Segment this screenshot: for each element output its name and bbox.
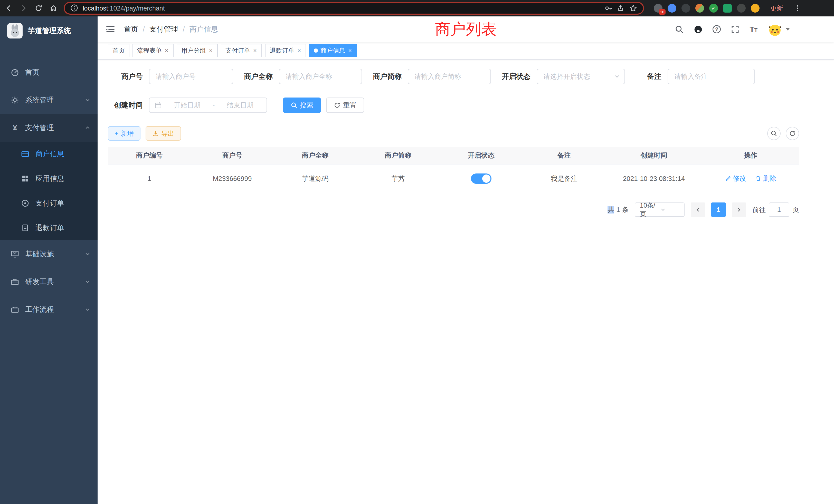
breadcrumb-current: 商户信息 bbox=[190, 24, 218, 34]
sidebar-item-workflow[interactable]: 工作流程 bbox=[0, 296, 97, 323]
cell-short-name: 芋艿 bbox=[357, 164, 440, 193]
column-header: 创建时间 bbox=[606, 147, 702, 164]
breadcrumb-home[interactable]: 首页 bbox=[124, 24, 138, 34]
extension-puzzle-icon[interactable]: 10 bbox=[654, 4, 662, 13]
refresh-table-icon[interactable] bbox=[786, 127, 799, 140]
bookmark-star-icon[interactable] bbox=[629, 4, 637, 12]
gear-icon bbox=[11, 96, 19, 104]
edit-link[interactable]: 修改 bbox=[725, 174, 746, 183]
filter-remark: 备注 bbox=[647, 69, 755, 84]
merchant-no-label: 商户号 bbox=[108, 72, 143, 81]
tab-pay-order[interactable]: 支付订单× bbox=[221, 44, 262, 57]
toggle-search-icon[interactable] bbox=[767, 127, 781, 140]
next-page-button[interactable] bbox=[732, 203, 746, 217]
tab-refund-order[interactable]: 退款订单× bbox=[265, 44, 306, 57]
document-icon bbox=[21, 224, 29, 232]
forward-icon[interactable] bbox=[19, 4, 28, 13]
sidebar-item-refund-order[interactable]: 退款订单 bbox=[0, 215, 97, 240]
column-header: 商户号 bbox=[191, 147, 274, 164]
sidebar-item-system[interactable]: 系统管理 bbox=[0, 86, 97, 114]
delete-link[interactable]: 删除 bbox=[755, 174, 776, 183]
workflow-icon bbox=[11, 305, 19, 314]
sidebar-item-infrastructure[interactable]: 基础设施 bbox=[0, 240, 97, 268]
search-button[interactable]: 搜索 bbox=[283, 97, 321, 113]
close-icon[interactable]: × bbox=[208, 47, 213, 54]
add-button[interactable]: + 新增 bbox=[108, 126, 140, 141]
sidebar-item-payment[interactable]: ¥ 支付管理 bbox=[0, 114, 97, 142]
remark-input[interactable] bbox=[667, 69, 755, 84]
browser-menu-icon[interactable] bbox=[793, 4, 802, 13]
chevron-down-icon bbox=[614, 74, 620, 79]
breadcrumb-payment[interactable]: 支付管理 bbox=[150, 24, 178, 34]
tab-label: 商户信息 bbox=[321, 46, 345, 55]
create-time-range-picker[interactable]: 开始日期 - 结束日期 bbox=[149, 97, 267, 113]
fullscreen-icon[interactable] bbox=[730, 25, 740, 34]
sidebar-item-dev-tools[interactable]: 研发工具 bbox=[0, 268, 97, 296]
status-toggle[interactable] bbox=[471, 174, 491, 184]
close-icon[interactable]: × bbox=[348, 47, 352, 54]
merchant-no-input[interactable] bbox=[149, 69, 233, 84]
site-info-icon[interactable] bbox=[70, 4, 79, 12]
plus-icon: + bbox=[114, 130, 118, 137]
help-icon[interactable]: ? bbox=[712, 25, 721, 33]
tags-bar: 首页 流程表单× 用户分组× 支付订单× 退款订单× 商户信息× bbox=[97, 42, 834, 60]
table-header-row: 商户编号 商户号 商户全称 商户简称 开启状态 备注 创建时间 操作 bbox=[108, 147, 799, 164]
reload-icon[interactable] bbox=[34, 4, 43, 13]
close-icon[interactable]: × bbox=[297, 47, 302, 54]
page-annotation: 商户列表 bbox=[435, 19, 497, 40]
full-name-input[interactable] bbox=[279, 69, 362, 84]
sidebar-item-app-info[interactable]: 应用信息 bbox=[0, 166, 97, 191]
toolbox-icon bbox=[11, 278, 19, 286]
password-key-icon[interactable] bbox=[605, 4, 613, 12]
extension-notes-icon[interactable] bbox=[723, 4, 732, 13]
filter-short-name: 商户简称 bbox=[373, 69, 491, 84]
back-icon[interactable] bbox=[4, 4, 13, 13]
browser-update-button[interactable]: 更新 bbox=[770, 4, 783, 13]
home-icon[interactable] bbox=[49, 4, 58, 13]
sidebar-item-merchant-info[interactable]: 商户信息 bbox=[0, 142, 97, 166]
grid-icon bbox=[21, 175, 29, 183]
total-text: 1 条 bbox=[616, 206, 629, 213]
share-icon[interactable] bbox=[617, 4, 625, 12]
goto-page-input[interactable] bbox=[769, 203, 789, 217]
delete-link-label: 删除 bbox=[763, 174, 776, 183]
hamburger-icon[interactable] bbox=[105, 24, 115, 35]
sidebar-item-pay-order[interactable]: 支付订单 bbox=[0, 191, 97, 215]
extension-face-icon[interactable] bbox=[751, 4, 760, 13]
caret-down-icon bbox=[786, 28, 790, 30]
cell-create-time: 2021-10-23 08:31:14 bbox=[606, 164, 702, 193]
prev-page-button[interactable] bbox=[691, 203, 705, 217]
search-icon[interactable] bbox=[675, 25, 684, 34]
page-size-select[interactable]: 10条/页 bbox=[635, 203, 684, 217]
user-avatar-menu[interactable] bbox=[767, 22, 790, 37]
page-1-button[interactable]: 1 bbox=[711, 203, 726, 217]
url-text: localhost:1024/pay/merchant bbox=[83, 5, 600, 12]
address-bar[interactable]: localhost:1024/pay/merchant bbox=[64, 2, 644, 15]
font-size-icon[interactable]: TT bbox=[749, 25, 758, 33]
close-icon[interactable]: × bbox=[164, 47, 169, 54]
short-name-input[interactable] bbox=[408, 69, 491, 84]
extension-drop-icon[interactable] bbox=[667, 4, 676, 13]
tab-process-form[interactable]: 流程表单× bbox=[132, 44, 174, 57]
cell-full-name: 芋道源码 bbox=[274, 164, 357, 193]
extension-pin-icon[interactable] bbox=[737, 4, 746, 13]
table-row: 1 M233666999 芋道源码 芋艿 我是备注 2021-10-23 08:… bbox=[108, 164, 799, 193]
extension-avatar-icon[interactable] bbox=[695, 4, 704, 13]
extension-check-icon[interactable]: ✓ bbox=[709, 4, 718, 13]
sidebar-item-home[interactable]: 首页 bbox=[0, 59, 97, 86]
navbar: 首页 / 支付管理 / 商户信息 商户列表 ? TT bbox=[97, 17, 834, 42]
tab-label: 首页 bbox=[112, 46, 125, 55]
logo-row[interactable]: 芋道管理系统 bbox=[0, 17, 97, 45]
reset-button[interactable]: 重置 bbox=[326, 97, 364, 113]
extension-generic-icon[interactable] bbox=[681, 4, 690, 13]
close-icon[interactable]: × bbox=[253, 47, 257, 54]
tab-merchant-info[interactable]: 商户信息× bbox=[309, 44, 357, 57]
tab-home[interactable]: 首页 bbox=[108, 44, 129, 57]
tab-user-group[interactable]: 用户分组× bbox=[177, 44, 218, 57]
filter-full-name: 商户全称 bbox=[244, 69, 362, 84]
status-select[interactable]: 请选择开启状态 bbox=[537, 69, 625, 84]
export-button[interactable]: 导出 bbox=[146, 126, 181, 141]
sidebar-item-label: 系统管理 bbox=[25, 95, 54, 105]
sidebar-item-label: 应用信息 bbox=[36, 174, 64, 183]
github-icon[interactable] bbox=[694, 25, 703, 34]
